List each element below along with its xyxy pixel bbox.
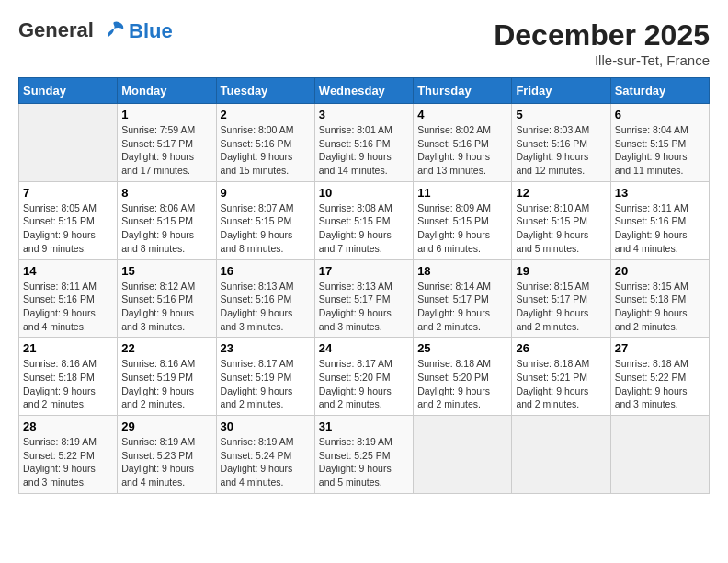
- day-number: 5: [516, 108, 606, 121]
- day-detail: Sunrise: 8:13 AMSunset: 5:16 PMDaylight:…: [221, 280, 311, 334]
- calendar-cell: 6Sunrise: 8:04 AMSunset: 5:15 PMDaylight…: [610, 104, 709, 182]
- day-number: 6: [615, 108, 705, 121]
- day-number: 21: [23, 341, 113, 355]
- calendar-week-row: 14Sunrise: 8:11 AMSunset: 5:16 PMDayligh…: [19, 259, 710, 338]
- calendar-cell: [414, 416, 512, 494]
- header-tuesday: Tuesday: [216, 78, 314, 104]
- day-detail: Sunrise: 8:16 AMSunset: 5:19 PMDaylight:…: [121, 357, 211, 411]
- calendar-cell: [610, 416, 709, 494]
- day-number: 28: [23, 419, 113, 433]
- day-detail: Sunrise: 8:10 AMSunset: 5:15 PMDaylight:…: [516, 201, 606, 256]
- header-monday: Monday: [118, 78, 216, 104]
- day-number: 14: [23, 264, 113, 278]
- calendar-table: SundayMondayTuesdayWednesdayThursdayFrid…: [18, 77, 710, 494]
- calendar-cell: 5Sunrise: 8:03 AMSunset: 5:16 PMDaylight…: [512, 104, 610, 182]
- calendar-cell: 27Sunrise: 8:18 AMSunset: 5:22 PMDayligh…: [610, 338, 709, 416]
- calendar-cell: 20Sunrise: 8:15 AMSunset: 5:18 PMDayligh…: [610, 259, 709, 338]
- day-detail: Sunrise: 8:18 AMSunset: 5:21 PMDaylight:…: [516, 357, 606, 411]
- day-number: 7: [23, 186, 113, 200]
- day-number: 22: [121, 341, 211, 355]
- day-number: 9: [221, 186, 311, 200]
- day-number: 24: [319, 341, 409, 355]
- logo: General Blue: [18, 18, 173, 44]
- day-detail: Sunrise: 8:15 AMSunset: 5:17 PMDaylight:…: [516, 280, 606, 334]
- day-detail: Sunrise: 8:18 AMSunset: 5:20 PMDaylight:…: [417, 357, 507, 411]
- day-detail: Sunrise: 8:15 AMSunset: 5:18 PMDaylight:…: [615, 280, 705, 334]
- day-detail: Sunrise: 8:18 AMSunset: 5:22 PMDaylight:…: [615, 357, 705, 411]
- day-number: 29: [121, 419, 211, 433]
- calendar-cell: 11Sunrise: 8:09 AMSunset: 5:15 PMDayligh…: [414, 181, 512, 259]
- calendar-cell: 29Sunrise: 8:19 AMSunset: 5:23 PMDayligh…: [118, 416, 216, 494]
- header-sunday: Sunday: [19, 78, 118, 104]
- day-number: 2: [221, 108, 311, 121]
- day-number: 1: [121, 108, 211, 121]
- day-detail: Sunrise: 8:06 AMSunset: 5:15 PMDaylight:…: [121, 201, 211, 256]
- day-number: 11: [417, 186, 507, 200]
- calendar-cell: 26Sunrise: 8:18 AMSunset: 5:21 PMDayligh…: [512, 338, 610, 416]
- calendar-cell: [512, 416, 610, 494]
- day-detail: Sunrise: 7:59 AMSunset: 5:17 PMDaylight:…: [121, 123, 211, 178]
- day-detail: Sunrise: 8:13 AMSunset: 5:17 PMDaylight:…: [319, 280, 409, 334]
- calendar-cell: 3Sunrise: 8:01 AMSunset: 5:16 PMDaylight…: [314, 104, 413, 182]
- calendar-cell: 15Sunrise: 8:12 AMSunset: 5:16 PMDayligh…: [118, 259, 216, 338]
- day-detail: Sunrise: 8:04 AMSunset: 5:15 PMDaylight:…: [615, 123, 705, 178]
- day-number: 8: [121, 186, 211, 200]
- calendar-cell: 9Sunrise: 8:07 AMSunset: 5:15 PMDaylight…: [216, 181, 314, 259]
- day-detail: Sunrise: 8:19 AMSunset: 5:23 PMDaylight:…: [121, 435, 211, 489]
- day-detail: Sunrise: 8:07 AMSunset: 5:15 PMDaylight:…: [221, 201, 311, 256]
- calendar-cell: 25Sunrise: 8:18 AMSunset: 5:20 PMDayligh…: [414, 338, 512, 416]
- header-wednesday: Wednesday: [314, 78, 413, 104]
- day-detail: Sunrise: 8:00 AMSunset: 5:16 PMDaylight:…: [221, 123, 311, 178]
- calendar-week-row: 21Sunrise: 8:16 AMSunset: 5:18 PMDayligh…: [19, 338, 710, 416]
- day-detail: Sunrise: 8:08 AMSunset: 5:15 PMDaylight:…: [319, 201, 409, 256]
- day-detail: Sunrise: 8:09 AMSunset: 5:15 PMDaylight:…: [417, 201, 507, 256]
- calendar-cell: 22Sunrise: 8:16 AMSunset: 5:19 PMDayligh…: [118, 338, 216, 416]
- logo-bird-icon: [101, 18, 127, 44]
- day-detail: Sunrise: 8:17 AMSunset: 5:20 PMDaylight:…: [319, 357, 409, 411]
- calendar-cell: 4Sunrise: 8:02 AMSunset: 5:16 PMDaylight…: [414, 104, 512, 182]
- location: Ille-sur-Tet, France: [494, 52, 710, 68]
- calendar-cell: 23Sunrise: 8:17 AMSunset: 5:19 PMDayligh…: [216, 338, 314, 416]
- day-number: 13: [615, 186, 705, 200]
- calendar-cell: 24Sunrise: 8:17 AMSunset: 5:20 PMDayligh…: [314, 338, 413, 416]
- day-number: 20: [615, 264, 705, 278]
- day-detail: Sunrise: 8:19 AMSunset: 5:25 PMDaylight:…: [319, 435, 409, 489]
- day-number: 27: [615, 341, 705, 355]
- calendar-cell: 2Sunrise: 8:00 AMSunset: 5:16 PMDaylight…: [216, 104, 314, 182]
- day-number: 31: [319, 419, 409, 433]
- calendar-cell: 17Sunrise: 8:13 AMSunset: 5:17 PMDayligh…: [314, 259, 413, 338]
- calendar-cell: 14Sunrise: 8:11 AMSunset: 5:16 PMDayligh…: [19, 259, 118, 338]
- calendar-cell: 12Sunrise: 8:10 AMSunset: 5:15 PMDayligh…: [512, 181, 610, 259]
- day-number: 23: [221, 341, 311, 355]
- day-number: 15: [121, 264, 211, 278]
- day-detail: Sunrise: 8:05 AMSunset: 5:15 PMDaylight:…: [23, 201, 113, 256]
- day-detail: Sunrise: 8:11 AMSunset: 5:16 PMDaylight:…: [23, 280, 113, 334]
- day-number: 16: [221, 264, 311, 278]
- day-detail: Sunrise: 8:03 AMSunset: 5:16 PMDaylight:…: [516, 123, 606, 178]
- calendar-cell: 16Sunrise: 8:13 AMSunset: 5:16 PMDayligh…: [216, 259, 314, 338]
- day-number: 19: [516, 264, 606, 278]
- calendar-cell: 7Sunrise: 8:05 AMSunset: 5:15 PMDaylight…: [19, 181, 118, 259]
- calendar-cell: 1Sunrise: 7:59 AMSunset: 5:17 PMDaylight…: [118, 104, 216, 182]
- calendar-cell: 21Sunrise: 8:16 AMSunset: 5:18 PMDayligh…: [19, 338, 118, 416]
- logo-general: General: [18, 18, 94, 41]
- page-header: General Blue December 2025 Ille-sur-Tet,…: [18, 18, 710, 68]
- header-friday: Friday: [512, 78, 610, 104]
- logo-blue: Blue: [129, 20, 173, 42]
- calendar-cell: 28Sunrise: 8:19 AMSunset: 5:22 PMDayligh…: [19, 416, 118, 494]
- day-detail: Sunrise: 8:17 AMSunset: 5:19 PMDaylight:…: [221, 357, 311, 411]
- month-year: December 2025: [494, 18, 710, 52]
- calendar-header-row: SundayMondayTuesdayWednesdayThursdayFrid…: [19, 78, 710, 104]
- calendar-cell: 18Sunrise: 8:14 AMSunset: 5:17 PMDayligh…: [414, 259, 512, 338]
- calendar-cell: 31Sunrise: 8:19 AMSunset: 5:25 PMDayligh…: [314, 416, 413, 494]
- calendar-cell: 19Sunrise: 8:15 AMSunset: 5:17 PMDayligh…: [512, 259, 610, 338]
- day-number: 26: [516, 341, 606, 355]
- header-saturday: Saturday: [610, 78, 709, 104]
- day-number: 10: [319, 186, 409, 200]
- day-number: 3: [319, 108, 409, 121]
- calendar-cell: [19, 104, 118, 182]
- day-number: 18: [417, 264, 507, 278]
- day-detail: Sunrise: 8:01 AMSunset: 5:16 PMDaylight:…: [319, 123, 409, 178]
- day-detail: Sunrise: 8:16 AMSunset: 5:18 PMDaylight:…: [23, 357, 113, 411]
- day-detail: Sunrise: 8:19 AMSunset: 5:24 PMDaylight:…: [221, 435, 311, 489]
